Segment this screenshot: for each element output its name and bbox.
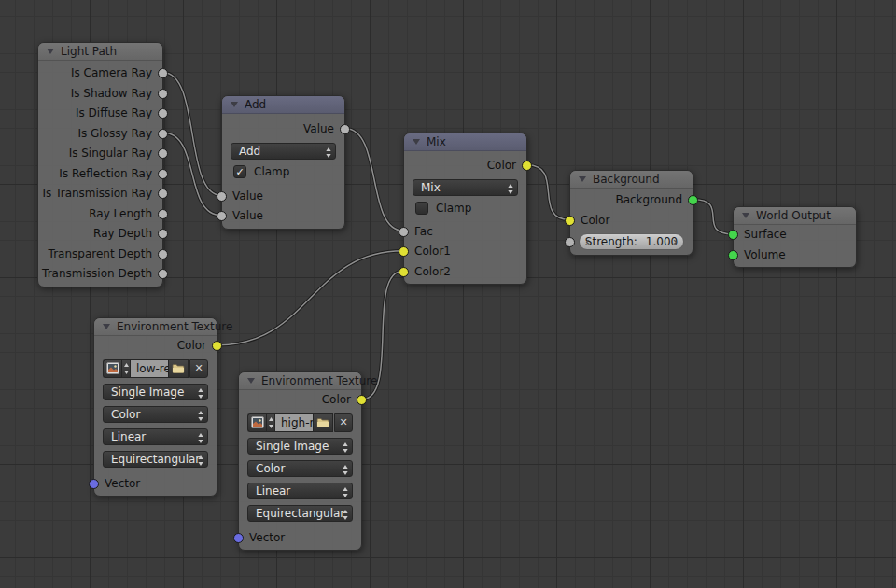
socket-vector-input[interactable] [89,479,99,489]
socket-color-output[interactable] [522,161,532,171]
socket-value-output[interactable] [158,89,168,99]
dropdown-value: Equirectangular [111,448,200,470]
socket-color-output[interactable] [212,341,222,351]
socket-shader-output[interactable] [688,195,698,205]
node-header[interactable]: Add [222,96,344,114]
socket-value-output[interactable] [158,269,168,279]
input-label: Fac [414,225,433,238]
socket-value-output[interactable] [158,148,168,159]
node-title: Add [245,98,266,111]
slider-arrow-right-icon[interactable]: › [673,234,678,249]
output-row: Value [222,119,344,140]
node-header[interactable]: World Output [734,207,856,225]
socket-value-input[interactable] [399,227,409,237]
socket-value-output[interactable] [158,209,168,219]
node-add[interactable]: AddValueAdd✓ClampValueValue [221,95,345,230]
dropdown-menu[interactable]: Linear [103,428,208,445]
node-header[interactable]: Background [570,171,693,189]
input-row: Color1 [404,242,526,262]
node-title: Light Path [61,45,117,58]
output-label: Is Diffuse Ray [76,106,152,119]
checkbox[interactable]: ✓ [233,165,246,178]
input-row: Fac [404,222,526,243]
node-light-path[interactable]: Light PathIs Camera RayIs Shadow RayIs D… [37,42,163,287]
strength-slider[interactable]: ‹Strength:1.000› [579,233,684,250]
dropdown-row: Mix [404,176,526,199]
socket-shader-input[interactable] [728,230,738,240]
socket-vector-input[interactable] [233,533,244,543]
wire-outline [527,165,569,220]
collapse-triangle-icon[interactable] [742,213,749,218]
open-image-button[interactable] [313,413,333,432]
socket-shader-input[interactable] [728,250,738,260]
socket-value-output[interactable] [158,68,168,78]
wire-outline [163,133,221,216]
socket-value-input[interactable] [565,237,575,247]
collapse-triangle-icon[interactable] [247,378,255,384]
checkbox[interactable] [415,202,428,215]
dropdown-menu[interactable]: Equirectangular [247,505,353,522]
collapse-triangle-icon[interactable] [413,139,420,145]
socket-value-output[interactable] [340,124,350,134]
collapse-triangle-icon[interactable] [579,176,586,182]
dropdown-row: Equirectangular [94,448,217,470]
image-name-field[interactable]: low-res [131,359,168,378]
unlink-image-button[interactable]: ✕ [189,359,208,378]
node-environment-texture-2[interactable]: Environment TextureColorhigh-res✕Single … [238,371,362,551]
socket-color-input[interactable] [565,216,575,226]
node-world-output[interactable]: World OutputSurfaceVolume [733,206,857,268]
open-image-button[interactable] [168,359,189,378]
socket-value-output[interactable] [158,249,168,259]
slider-label: Strength: [585,231,637,253]
image-stepper[interactable] [266,413,275,432]
dropdown-menu[interactable]: Mix [413,179,518,196]
dropdown-menu[interactable]: Add [231,143,336,160]
output-row: Transparent Depth [38,245,162,265]
dropdown-menu[interactable]: Color [103,406,208,423]
image-stepper[interactable] [121,359,131,378]
socket-value-output[interactable] [158,229,168,239]
socket-color-input[interactable] [399,246,409,257]
node-header[interactable]: Environment Texture [94,318,217,336]
dropdown-row: Linear [94,426,217,448]
slider-arrow-left-icon[interactable]: ‹ [585,234,590,249]
dropdown-menu[interactable]: Single Image [103,384,208,400]
chevron-updown-icon [197,453,204,475]
node-background[interactable]: BackgroundBackgroundColor‹Strength:1.000… [569,170,693,256]
image-name-field[interactable]: high-res [275,413,313,432]
socket-value-output[interactable] [158,108,168,119]
node-header[interactable]: Light Path [38,43,162,61]
output-label: Color [322,393,351,406]
socket-value-output[interactable] [158,169,168,179]
socket-value-input[interactable] [217,191,227,202]
output-label: Is Glossy Ray [77,127,152,140]
socket-color-output[interactable] [357,395,367,405]
image-preview-button[interactable] [247,413,266,432]
image-preview-button[interactable] [103,359,121,378]
wire [693,200,733,234]
dropdown-menu[interactable]: Color [247,460,353,477]
dropdown-menu[interactable]: Equirectangular [103,451,208,468]
dropdown-menu[interactable]: Single Image [247,438,353,455]
socket-value-output[interactable] [158,129,168,139]
collapse-triangle-icon[interactable] [231,102,238,107]
collapse-triangle-icon[interactable] [103,324,110,329]
collapse-triangle-icon[interactable] [47,49,54,54]
dropdown-value: Linear [111,426,146,448]
output-row: Ray Depth [38,224,162,245]
unlink-image-button[interactable]: ✕ [334,413,353,432]
output-row: Is Diffuse Ray [38,104,162,124]
image-browser: low-res✕ [103,359,208,378]
dropdown-menu[interactable]: Linear [247,483,353,499]
node-environment-texture-1[interactable]: Environment TextureColorlow-res✕Single I… [93,317,217,497]
socket-value-output[interactable] [158,189,168,199]
wire [217,251,403,345]
socket-value-input[interactable] [217,211,227,221]
input-label: Color2 [414,265,451,278]
node-mix[interactable]: MixColorMixClampFacColor1Color2 [403,133,527,285]
socket-color-input[interactable] [399,267,409,277]
node-header[interactable]: Environment Texture [239,372,361,390]
node-header[interactable]: Mix [404,133,526,151]
checkbox-label: Clamp [254,162,289,182]
node-editor-canvas[interactable]: Light PathIs Camera RayIs Shadow RayIs D… [0,0,896,588]
